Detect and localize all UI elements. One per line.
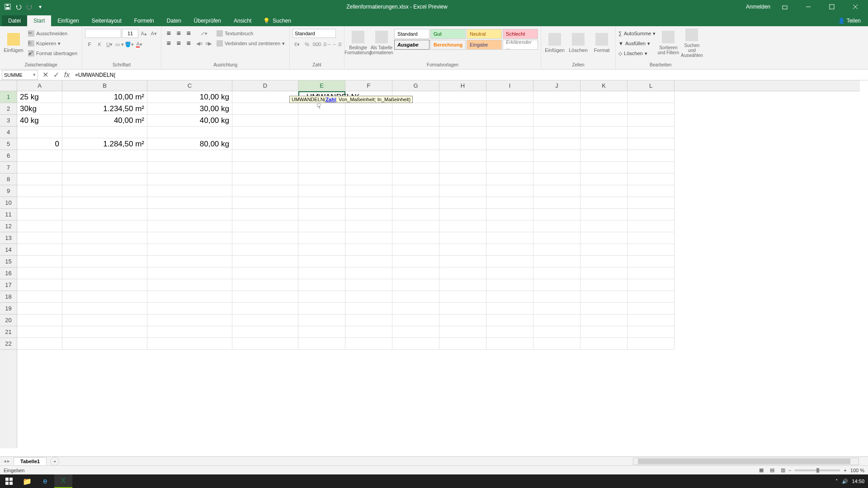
cell-A18[interactable] [17, 291, 62, 303]
cell-C16[interactable] [147, 267, 232, 279]
cell-E15[interactable] [298, 256, 345, 267]
cell-C18[interactable] [147, 291, 232, 303]
cell-D7[interactable] [232, 162, 298, 174]
cell-K16[interactable] [580, 267, 627, 279]
cell-F18[interactable] [345, 291, 392, 303]
cell-L6[interactable] [627, 150, 675, 162]
cell-E2[interactable] [298, 103, 345, 115]
cell-F11[interactable] [345, 209, 392, 221]
cell-A10[interactable] [17, 197, 62, 209]
cell-H7[interactable] [439, 162, 486, 174]
cell-I16[interactable] [486, 267, 533, 279]
cell-I5[interactable] [486, 138, 533, 150]
align-bottom-icon[interactable]: ≡ [184, 29, 193, 38]
increase-font-icon[interactable]: A▴ [139, 29, 148, 38]
row-header-3[interactable]: 3 [0, 115, 17, 127]
style-ausgabe[interactable]: Ausgabe [394, 40, 429, 50]
cell-B4[interactable] [62, 127, 147, 138]
zoom-slider[interactable] [795, 469, 840, 471]
cell-A2[interactable]: 30kg [17, 103, 62, 115]
cell-J4[interactable] [533, 127, 580, 138]
cell-A7[interactable] [17, 162, 62, 174]
cell-F17[interactable] [345, 279, 392, 291]
cell-C9[interactable] [147, 185, 232, 197]
cell-C20[interactable] [147, 314, 232, 326]
cell-D6[interactable] [232, 150, 298, 162]
ribbon-display-icon[interactable] [776, 0, 794, 14]
cell-G19[interactable] [392, 303, 439, 314]
cell-I19[interactable] [486, 303, 533, 314]
cell-I14[interactable] [486, 244, 533, 256]
cell-H17[interactable] [439, 279, 486, 291]
formula-input[interactable]: =UMWANDELN( [72, 72, 868, 78]
border-button[interactable]: ▭ ▾ [115, 40, 124, 49]
style-schlecht[interactable]: Schlecht [503, 29, 538, 39]
cell-K17[interactable] [580, 279, 627, 291]
insert-cells-button[interactable]: Einfügen [544, 27, 566, 59]
percent-icon[interactable]: % [302, 40, 311, 49]
cell-F12[interactable] [345, 221, 392, 232]
cell-E13[interactable] [298, 232, 345, 244]
save-icon[interactable] [4, 3, 12, 11]
col-header-B[interactable]: B [62, 80, 147, 91]
font-size-input[interactable] [122, 29, 138, 38]
cell-A12[interactable] [17, 221, 62, 232]
cell-E5[interactable] [298, 138, 345, 150]
cell-J8[interactable] [533, 174, 580, 185]
cell-G7[interactable] [392, 162, 439, 174]
cell-H2[interactable] [439, 103, 486, 115]
tab-daten[interactable]: Daten [160, 15, 188, 26]
cell-G3[interactable] [392, 115, 439, 127]
cell-B19[interactable] [62, 303, 147, 314]
fx-icon[interactable]: fx [61, 70, 72, 80]
col-header-L[interactable]: L [627, 80, 675, 91]
signin-link[interactable]: Anmelden [746, 4, 770, 10]
cell-K12[interactable] [580, 221, 627, 232]
row-header-2[interactable]: 2 [0, 103, 17, 115]
number-format-dropdown[interactable] [292, 29, 336, 38]
cell-I3[interactable] [486, 115, 533, 127]
col-header-I[interactable]: I [486, 80, 533, 91]
cell-K20[interactable] [580, 314, 627, 326]
cell-C4[interactable] [147, 127, 232, 138]
cell-J16[interactable] [533, 267, 580, 279]
cell-A4[interactable] [17, 127, 62, 138]
format-painter-button[interactable]: 🖌Format übertragen [26, 49, 79, 58]
cell-G22[interactable] [392, 338, 439, 350]
cell-F7[interactable] [345, 162, 392, 174]
cell-grid[interactable]: 25 kg10,00 m²10,00 kg=UMWANDELN(30kg1.23… [17, 91, 860, 448]
cell-L2[interactable] [627, 103, 675, 115]
cell-D19[interactable] [232, 303, 298, 314]
row-header-7[interactable]: 7 [0, 162, 17, 174]
share-button[interactable]: 👤Teilen [833, 15, 866, 26]
fill-color-button[interactable]: 🪣▾ [125, 40, 134, 49]
style-erklar[interactable]: Erklärender ... [503, 40, 538, 50]
zoom-in-icon[interactable]: + [844, 468, 846, 473]
font-color-button[interactable]: A▾ [135, 40, 144, 49]
col-header-H[interactable]: H [439, 80, 486, 91]
col-header-J[interactable]: J [533, 80, 580, 91]
cell-K7[interactable] [580, 162, 627, 174]
style-eingabe[interactable]: Eingabe [467, 40, 502, 50]
cell-I20[interactable] [486, 314, 533, 326]
format-cells-button[interactable]: Format [591, 27, 613, 59]
row-header-9[interactable]: 9 [0, 185, 17, 197]
maximize-icon[interactable] [823, 0, 841, 14]
minimize-icon[interactable] [799, 0, 817, 14]
style-berechnung[interactable]: Berechnung [430, 40, 466, 50]
cell-A16[interactable] [17, 267, 62, 279]
cell-F22[interactable] [345, 338, 392, 350]
tab-seitenlayout[interactable]: Seitenlayout [85, 15, 128, 26]
cell-I4[interactable] [486, 127, 533, 138]
cell-C1[interactable]: 10,00 kg [147, 91, 232, 103]
cell-L10[interactable] [627, 197, 675, 209]
cell-A8[interactable] [17, 174, 62, 185]
cell-F19[interactable] [345, 303, 392, 314]
decrease-font-icon[interactable]: A▾ [149, 29, 158, 38]
cell-E6[interactable] [298, 150, 345, 162]
cell-F4[interactable] [345, 127, 392, 138]
cell-E7[interactable] [298, 162, 345, 174]
edge-icon[interactable]: e [36, 474, 54, 488]
cell-D14[interactable] [232, 244, 298, 256]
cell-K2[interactable] [580, 103, 627, 115]
